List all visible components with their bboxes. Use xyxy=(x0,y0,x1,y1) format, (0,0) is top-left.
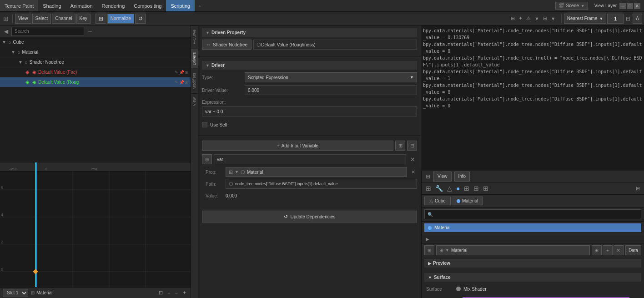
drivers-vertical-tabs: F-Curve Drivers Modifiers View xyxy=(191,25,198,298)
modifier-props-icon[interactable]: 🔧 xyxy=(434,184,444,192)
right-area: bpy.data.materials["Material"].node_tree… xyxy=(421,25,644,298)
view-tab[interactable]: View xyxy=(433,172,452,182)
filter-icon-2[interactable]: ✦ xyxy=(517,15,524,22)
scene-selector[interactable]: 🎬 Scene ▼ xyxy=(555,2,588,10)
key-menu-button[interactable]: Key xyxy=(76,14,91,24)
material-copy-button[interactable]: ⊞ xyxy=(592,245,602,255)
menu-item-shading[interactable]: Shading xyxy=(38,0,65,11)
bottom-icon-3[interactable]: − xyxy=(174,289,179,296)
menu-item-compositing[interactable]: Compositing xyxy=(129,0,166,11)
info-tab[interactable]: Info xyxy=(454,172,470,182)
filter-icon-3[interactable]: ⚠ xyxy=(525,15,532,22)
filter-icon-1[interactable]: ⊞ xyxy=(509,15,516,22)
driver-type-row: Type: Scripted Expression ▼ xyxy=(202,71,417,83)
shader-nodetree-button[interactable]: ↔ Shader Nodetree xyxy=(202,40,252,50)
select-menu-button[interactable]: Select xyxy=(32,14,51,24)
bottom-icon-1[interactable]: ⊡ xyxy=(157,289,164,296)
playback-icon[interactable]: ⊞ xyxy=(96,14,106,24)
material-props-icon[interactable]: ● xyxy=(455,184,461,192)
add-input-variable-button[interactable]: + Add Input Variable xyxy=(202,141,393,151)
preview-section: ▶ Preview xyxy=(422,257,644,271)
left-panel-bottom-bar: Slot 1 ⊞ Material ⊡ + − ✦ xyxy=(0,287,191,298)
view-drivers-tab[interactable]: View xyxy=(191,93,198,110)
fcurve-tab[interactable]: F-Curve xyxy=(191,25,198,48)
toolbar-sep-2 xyxy=(93,14,93,23)
material-link-button[interactable]: + xyxy=(603,245,613,255)
update-dependencies-button[interactable]: ↺ Update Dependencies xyxy=(202,211,417,222)
driven-property-header[interactable]: ▼ Driven Property xyxy=(202,28,417,37)
drivers-tab[interactable]: Drivers xyxy=(191,48,198,69)
filter-icon-5[interactable]: ⊞ xyxy=(542,15,548,22)
var-copy-button[interactable]: ⊞ xyxy=(395,141,405,151)
material-data-button[interactable]: Data xyxy=(625,245,641,255)
material-tab[interactable]: Material xyxy=(452,197,483,205)
cube-material-tabs: △ Cube Material xyxy=(422,195,644,207)
var-path-input[interactable]: ⬡ node_tree.nodes["Diffuse BSDF"].inputs… xyxy=(226,179,417,189)
driver-type-select[interactable]: Scripted Expression ▼ xyxy=(245,72,417,82)
center-right-area: F-Curve Drivers Modifiers View ▼ Driven … xyxy=(191,25,644,298)
py-line-3: bpy.data.materials["Material"].node_tree… xyxy=(423,55,642,68)
scene-props-icon[interactable]: ⊞ xyxy=(463,184,471,192)
filter-icon-4[interactable]: ▼ xyxy=(533,15,541,22)
playback-controls[interactable]: ⊟ xyxy=(624,15,632,22)
use-self-row: Use Self xyxy=(202,122,417,127)
menu-item-texture-paint[interactable]: Texture Paint xyxy=(0,0,38,11)
properties-menu-button[interactable]: ⊞ xyxy=(424,173,432,180)
surface-header[interactable]: ▼ Surface xyxy=(424,273,641,282)
use-self-checkbox[interactable] xyxy=(202,122,207,127)
svg-text:2: 2 xyxy=(1,240,3,244)
driver-value-row: Driver Value: 0.000 xyxy=(202,84,417,96)
add-workspace-button[interactable]: + xyxy=(195,0,205,11)
data-props-icon[interactable]: △ xyxy=(446,184,453,192)
render-props-icon[interactable]: ⊞ xyxy=(482,184,490,192)
channel-list-header: ◀ ↔ xyxy=(0,25,191,37)
menu-item-animation[interactable]: Animation xyxy=(66,0,97,11)
slot-selector[interactable]: Slot 1 xyxy=(3,289,28,297)
material-name-selector[interactable]: ⊞ ▼ Material xyxy=(436,245,590,255)
channel-item-nodetree[interactable]: ▼ ○ Shader Nodetree xyxy=(0,57,191,67)
maximize-button[interactable]: □ xyxy=(627,3,633,9)
collapse-panel-button[interactable]: ◀ xyxy=(3,28,10,35)
normalize-button[interactable]: Normalize xyxy=(107,14,134,24)
channel-item-material[interactable]: ▼ ○ Material xyxy=(0,47,191,57)
close-button[interactable]: ✕ xyxy=(634,3,640,9)
channel-menu-button[interactable]: Channel xyxy=(52,14,75,24)
bottom-icon-4[interactable]: ✦ xyxy=(181,289,188,296)
svg-text:6: 6 xyxy=(1,185,3,190)
panel-icon-button[interactable]: ⊞ xyxy=(2,15,10,23)
var-prop-select[interactable]: ⊞ ▼ ⬡ Material xyxy=(226,167,407,177)
main-content: ◀ ↔ ▼ ○ Cube ▼ ○ Material ▼ ○ Shader Nod… xyxy=(0,25,644,298)
expression-input[interactable] xyxy=(202,106,417,116)
cube-tab[interactable]: △ Cube xyxy=(424,197,451,205)
view-menu-button[interactable]: View xyxy=(15,14,31,24)
menu-item-rendering[interactable]: Rendering xyxy=(97,0,130,11)
channel-item-cube[interactable]: ▼ ○ Cube xyxy=(0,37,191,47)
search-icon[interactable]: ↔ xyxy=(86,28,94,35)
nearest-frame-select[interactable]: Nearest Frame ▼ xyxy=(564,14,607,24)
material-expand-button[interactable]: ▶ xyxy=(424,236,431,242)
channel-search-input[interactable] xyxy=(11,27,84,36)
menu-item-scripting[interactable]: Scripting xyxy=(166,0,195,11)
var-prop-clear-button[interactable]: ✕ xyxy=(409,168,417,176)
properties-search-input[interactable] xyxy=(424,209,641,219)
object-props-icon[interactable]: ⊞ xyxy=(424,184,433,192)
channel-item-default-fac[interactable]: ◉ ◉ Default Value (Fac) ✎ 📌 ⊞ xyxy=(0,67,191,77)
driver-section-header[interactable]: ▼ Driver xyxy=(202,61,417,70)
var-name-input[interactable] xyxy=(214,154,406,164)
modifiers-tab[interactable]: Modifiers xyxy=(191,69,198,93)
preview-header[interactable]: ▶ Preview xyxy=(424,259,641,268)
driver-panel-content: ▼ Driven Property ↔ Shader Nodetree ⬡ De… xyxy=(198,25,421,298)
bottom-icon-2[interactable]: + xyxy=(166,289,171,296)
default-value-roughness-display: ⬡ Default Value (Roughness) xyxy=(253,40,417,50)
refresh-button[interactable]: ↺ xyxy=(135,14,146,24)
var-paste-button[interactable]: ⊟ xyxy=(407,141,417,151)
material-unlink-button[interactable]: ✕ xyxy=(614,245,624,255)
expand-props-icon[interactable]: ⊞ xyxy=(634,185,641,192)
world-props-icon[interactable]: ⊞ xyxy=(472,184,480,192)
channel-item-default-rough[interactable]: ◉ ◉ Default Value (Roug ✎ 📌 ⊞ xyxy=(0,77,191,87)
minimize-button[interactable]: — xyxy=(619,3,626,9)
material-selector-icon[interactable]: ⊞ xyxy=(424,245,434,255)
var-remove-button[interactable]: ✕ xyxy=(408,155,417,164)
filter-icon-6[interactable]: ▼ xyxy=(549,15,557,22)
material-list-item[interactable]: Material xyxy=(424,223,641,232)
